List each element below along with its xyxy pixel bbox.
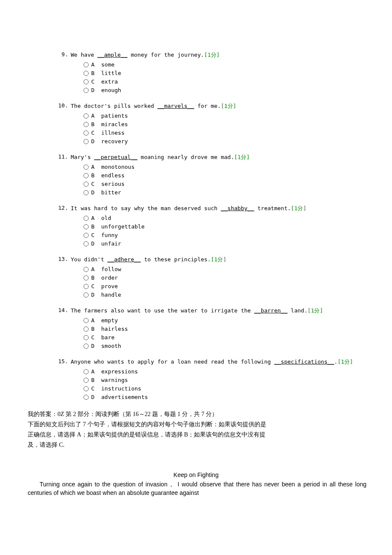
- radio-icon[interactable]: [84, 139, 89, 144]
- question-stem: 10.The doctor's pills worked __marvels__…: [51, 102, 366, 110]
- question-number: 14.: [51, 307, 71, 315]
- question-text: You didn't __adhere__ to these principle…: [71, 256, 366, 263]
- option-row[interactable]: A expressions: [84, 367, 366, 376]
- radio-icon[interactable]: [84, 318, 89, 323]
- radio-icon[interactable]: [84, 79, 89, 84]
- option-label: A some: [91, 61, 115, 69]
- option-label: B unforgettable: [91, 223, 144, 231]
- option-row[interactable]: D recovery: [84, 137, 366, 146]
- option-row[interactable]: C extra: [84, 78, 366, 86]
- option-label: D bitter: [91, 188, 121, 197]
- option-label: B miracles: [91, 120, 128, 129]
- radio-icon[interactable]: [84, 165, 89, 170]
- question-points: [1分]: [308, 307, 323, 314]
- option-label: C instructions: [91, 384, 141, 393]
- question-text-after: land.: [288, 307, 308, 314]
- option-row[interactable]: C serious: [84, 180, 366, 188]
- question-underlined-word: __shabby__: [221, 205, 254, 211]
- question-number: 10.: [51, 102, 71, 110]
- radio-icon[interactable]: [84, 275, 89, 280]
- option-label: D recovery: [91, 137, 128, 146]
- option-label: B hairless: [91, 325, 128, 333]
- radio-icon[interactable]: [84, 224, 89, 229]
- radio-icon[interactable]: [84, 284, 89, 289]
- option-row[interactable]: D smooth: [84, 342, 366, 350]
- options-list: A followB orderC proveD handle: [51, 265, 366, 299]
- radio-icon[interactable]: [84, 395, 89, 400]
- question-points: [1分]: [211, 256, 226, 263]
- radio-icon[interactable]: [84, 292, 89, 298]
- question-text-before: The doctor's pills worked: [71, 103, 158, 109]
- option-row[interactable]: B order: [84, 274, 366, 282]
- radio-icon[interactable]: [84, 335, 89, 340]
- question: 14.The farmers also want to use the wate…: [51, 307, 366, 350]
- radio-icon[interactable]: [84, 267, 89, 272]
- question-text-after: to these principles.: [141, 256, 210, 263]
- question: 13.You didn't __adhere__ to these princi…: [51, 256, 366, 299]
- radio-icon[interactable]: [84, 173, 89, 178]
- radio-icon[interactable]: [84, 182, 89, 187]
- radio-icon[interactable]: [84, 113, 89, 119]
- question-number: 11.: [51, 153, 71, 161]
- option-label: A old: [91, 214, 111, 223]
- question-text-before: Mary's: [71, 154, 94, 160]
- option-row[interactable]: B unforgettable: [84, 223, 366, 231]
- radio-icon[interactable]: [84, 190, 89, 195]
- radio-icon[interactable]: [84, 378, 89, 383]
- radio-icon[interactable]: [84, 71, 89, 76]
- option-row[interactable]: A monotonous: [84, 163, 366, 171]
- radio-icon[interactable]: [84, 216, 89, 221]
- option-label: A expressions: [91, 367, 138, 376]
- question-points: [1分]: [291, 205, 306, 211]
- option-row[interactable]: C bare: [84, 333, 366, 342]
- passage-body: Turning once again to the question of in…: [0, 480, 392, 497]
- option-label: D unfair: [91, 240, 121, 248]
- question: 9.We have __ample__ money for the journe…: [51, 51, 366, 95]
- option-label: A follow: [91, 265, 121, 274]
- radio-icon[interactable]: [84, 241, 89, 246]
- option-row[interactable]: B miracles: [84, 120, 366, 129]
- option-label: B little: [91, 69, 121, 78]
- option-row[interactable]: D handle: [84, 291, 366, 299]
- radio-icon[interactable]: [84, 62, 89, 67]
- option-row[interactable]: B endless: [84, 171, 366, 180]
- option-row[interactable]: B warnings: [84, 376, 366, 384]
- option-row[interactable]: C funny: [84, 231, 366, 240]
- question-text: Anyone who wants to apply for a loan nee…: [71, 358, 366, 366]
- option-row[interactable]: C illness: [84, 129, 366, 137]
- option-label: C bare: [91, 333, 115, 342]
- question-text-after: moaning nearly drove me mad.: [138, 154, 234, 160]
- option-row[interactable]: B little: [84, 69, 366, 78]
- question-text-before: We have: [71, 52, 98, 58]
- radio-icon[interactable]: [84, 122, 89, 127]
- option-label: C prove: [91, 282, 118, 291]
- options-list: A oldB unforgettableC funnyD unfair: [51, 214, 366, 248]
- radio-icon[interactable]: [84, 130, 89, 136]
- question-text-after: .: [334, 358, 337, 365]
- option-row[interactable]: A some: [84, 61, 366, 69]
- option-row[interactable]: D enough: [84, 86, 366, 95]
- question-number: 15.: [51, 358, 71, 366]
- radio-icon[interactable]: [84, 369, 89, 374]
- question: 12.It was hard to say why the man deserv…: [51, 205, 366, 248]
- option-row[interactable]: B hairless: [84, 325, 366, 333]
- option-row[interactable]: A patients: [84, 112, 366, 120]
- option-row[interactable]: D unfair: [84, 240, 366, 248]
- radio-icon[interactable]: [84, 88, 89, 93]
- question-stem: 14.The farmers also want to use the wate…: [51, 307, 366, 315]
- question-stem: 12.It was hard to say why the man deserv…: [51, 205, 366, 212]
- radio-icon[interactable]: [84, 233, 89, 238]
- radio-icon[interactable]: [84, 327, 89, 332]
- radio-icon[interactable]: [84, 386, 89, 391]
- option-row[interactable]: A empty: [84, 316, 366, 325]
- option-row[interactable]: A old: [84, 214, 366, 223]
- option-row[interactable]: C prove: [84, 282, 366, 291]
- option-label: B warnings: [91, 376, 128, 384]
- option-row[interactable]: C instructions: [84, 384, 366, 393]
- radio-icon[interactable]: [84, 344, 89, 349]
- option-row[interactable]: A follow: [84, 265, 366, 274]
- option-row[interactable]: D bitter: [84, 188, 366, 197]
- option-label: B order: [91, 274, 118, 282]
- option-row[interactable]: D advertisements: [84, 393, 366, 402]
- option-label: B endless: [91, 171, 124, 180]
